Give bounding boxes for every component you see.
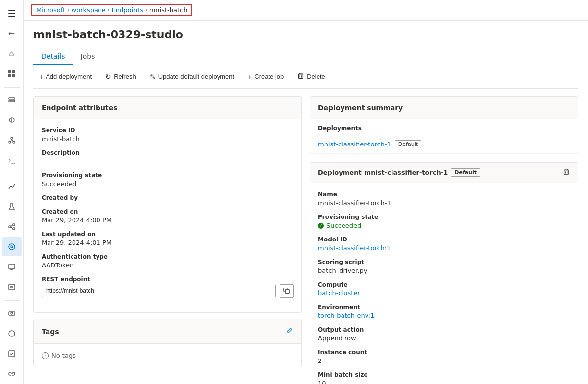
detail-field-instance-count: Instance count 2 [318, 349, 570, 364]
toolbar: + Add deployment ↻ Refresh ✎ Update defa… [33, 65, 578, 89]
page-content: mnist-batch-0329-studio Details Jobs + A… [24, 21, 588, 384]
edit-tags-button[interactable] [285, 326, 294, 336]
detail-field-scoring: Scoring script batch_driver.py [318, 259, 570, 274]
tab-details[interactable]: Details [33, 48, 73, 65]
hamburger-menu-icon[interactable]: ☰ [2, 4, 22, 23]
home-icon[interactable]: ⌂ [2, 44, 22, 63]
back-icon[interactable]: ← [2, 24, 22, 43]
divider-3 [4, 300, 20, 301]
svg-rect-17 [13, 228, 15, 230]
experiments-icon[interactable] [2, 197, 22, 216]
breadcrumb-current: mnist-batch [149, 6, 188, 14]
pipelines-icon[interactable] [2, 217, 22, 236]
deployment-detail-body: Name mnist-classifier-torch-1 Provisioni… [310, 183, 578, 384]
field-last-updated: Last updated on Mar 29, 2024 4:01 PM [42, 231, 294, 246]
detail-field-compute: Compute batch-cluster [318, 281, 570, 297]
circle-icon[interactable] [2, 324, 22, 343]
svg-point-30 [9, 331, 15, 336]
link-icon[interactable] [2, 364, 22, 383]
terminal-icon[interactable]: ›_ [2, 151, 22, 170]
svg-rect-33 [299, 74, 303, 79]
svg-line-19 [11, 227, 13, 229]
svg-point-21 [11, 246, 13, 248]
delete-deployment-button[interactable] [563, 168, 570, 177]
breadcrumb-sep-3: › [145, 7, 147, 13]
tabs: Details Jobs [33, 48, 578, 65]
main-container: Microsoft › workspace › Endpoints › mnis… [24, 0, 588, 384]
checkbox-icon[interactable] [2, 344, 22, 363]
copy-endpoint-button[interactable] [280, 284, 294, 298]
svg-rect-4 [9, 98, 15, 99]
svg-point-29 [11, 312, 13, 314]
plus-icon-2: + [248, 73, 252, 81]
topbar: Microsoft › workspace › Endpoints › mnis… [24, 0, 588, 21]
delete-button[interactable]: Delete [292, 70, 331, 83]
breadcrumb-workspace[interactable]: workspace [72, 6, 106, 14]
detail-field-mini-batch: Mini batch size 10 [318, 371, 570, 384]
copy-icon [283, 288, 290, 294]
deployments-label-container: Deployments [310, 119, 578, 135]
left-panel: Endpoint attributes Service ID mnist-bat… [33, 96, 302, 384]
compute-icon[interactable] [2, 257, 22, 276]
deployment-detail-title: Deployment mnist-classifier-torch-1 Defa… [318, 168, 480, 177]
dashboard-icon[interactable] [2, 64, 22, 83]
deployment-summary-card: Deployment summary Deployments mnist-cla… [310, 96, 578, 154]
trash-icon-detail [563, 168, 570, 175]
svg-rect-3 [12, 74, 15, 77]
success-badge: ✓ Succeeded [318, 222, 570, 229]
compute-link[interactable]: batch-cluster [318, 289, 570, 297]
deployment-summary-row: mnist-classifier-torch-1 Default [310, 135, 578, 154]
delete-icon [297, 72, 304, 81]
data-icon[interactable] [2, 91, 22, 110]
refresh-icon: ↻ [105, 73, 111, 81]
rest-endpoint-input[interactable] [42, 285, 276, 297]
endpoint-attributes-header: Endpoint attributes [34, 97, 301, 119]
breadcrumb-endpoints[interactable]: Endpoints [112, 6, 144, 14]
metrics-icon[interactable] [2, 177, 22, 196]
create-job-button[interactable]: + Create job [242, 71, 290, 83]
default-badge-summary: Default [395, 140, 421, 148]
breadcrumb-microsoft[interactable]: Microsoft [36, 6, 65, 14]
tags-title: Tags [42, 328, 59, 336]
refresh-button[interactable]: ↻ Refresh [99, 71, 142, 83]
svg-point-11 [13, 141, 15, 143]
deployment-summary-name[interactable]: mnist-classifier-torch-1 [318, 141, 391, 148]
tags-header: Tags [34, 319, 301, 344]
deployment-detail-card: Deployment mnist-classifier-torch-1 Defa… [310, 162, 578, 384]
svg-line-13 [12, 139, 13, 141]
field-auth-type: Authentication type AADToken [42, 253, 294, 269]
svg-point-20 [9, 244, 15, 250]
svg-line-18 [11, 225, 13, 227]
endpoint-attributes-card: Endpoint attributes Service ID mnist-bat… [33, 96, 302, 313]
update-default-button[interactable]: ✎ Update default deployment [144, 71, 240, 83]
svg-rect-35 [564, 170, 569, 175]
sidebar: ☰ ← ⌂ ›_ [0, 0, 24, 384]
graph-icon[interactable] [2, 131, 22, 150]
edit-icon-toolbar: ✎ [150, 73, 156, 81]
svg-rect-2 [8, 74, 11, 77]
svg-point-9 [11, 137, 13, 139]
divider-1 [4, 87, 20, 88]
environment-link[interactable]: torch-batch-env:1 [318, 312, 570, 319]
success-dot-icon: ✓ [318, 223, 324, 229]
deployment-detail-header: Deployment mnist-classifier-torch-1 Defa… [310, 163, 578, 183]
field-description: Description -- [42, 149, 294, 165]
registry-icon[interactable] [2, 277, 22, 296]
svg-rect-16 [13, 224, 15, 226]
models-icon[interactable] [2, 111, 22, 130]
breadcrumb-sep-2: › [107, 7, 109, 13]
svg-rect-34 [285, 289, 289, 293]
divider-2 [4, 174, 20, 174]
endpoints-icon[interactable] [2, 237, 22, 256]
svg-point-10 [9, 141, 11, 143]
breadcrumb-sep-1: › [67, 7, 69, 13]
add-deployment-button[interactable]: + Add deployment [33, 71, 98, 83]
svg-rect-28 [9, 312, 15, 315]
settings-icon[interactable] [2, 304, 22, 323]
endpoint-attributes-body: Service ID mnist-batch Description -- Pr… [34, 119, 301, 312]
field-created-by: Created by [42, 194, 294, 201]
model-id-link[interactable]: mnist-classifier-torch:1 [318, 244, 570, 252]
detail-field-output-action: Output action Append row [318, 326, 570, 342]
field-created-on: Created on Mar 29, 2024 4:00 PM [42, 208, 294, 224]
tab-jobs[interactable]: Jobs [73, 48, 103, 65]
